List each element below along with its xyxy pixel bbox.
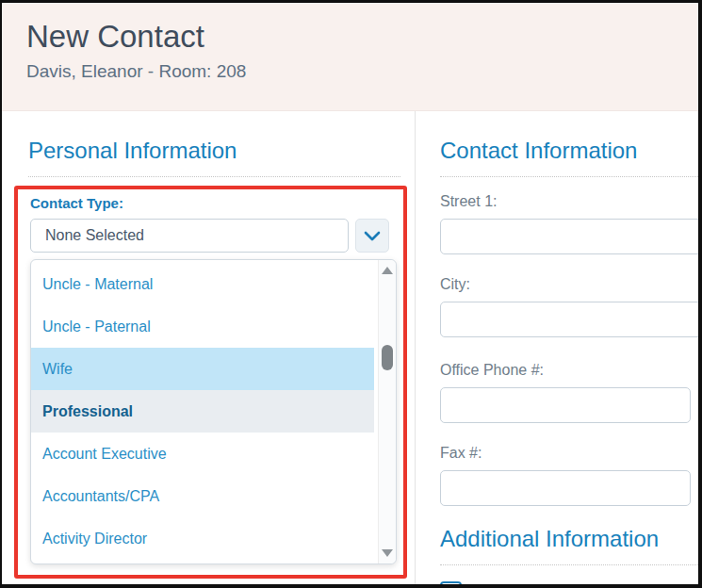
dropdown-option-activity-director[interactable]: Activity Director bbox=[31, 517, 374, 560]
dropdown-option-wife[interactable]: Wife bbox=[31, 348, 374, 390]
street-1-input[interactable] bbox=[440, 219, 698, 254]
city-label: City: bbox=[440, 276, 698, 293]
city-input[interactable] bbox=[440, 302, 698, 337]
contact-type-select-row: None Selected bbox=[30, 219, 403, 253]
chevron-down-icon bbox=[364, 231, 381, 241]
highlight-annotation-box: Contact Type: None Selected Uncle - Mate… bbox=[14, 186, 407, 579]
page-header: New Contact Davis, Eleanor - Room: 208 bbox=[2, 3, 698, 111]
office-phone-input[interactable] bbox=[440, 387, 691, 423]
fax-label: Fax #: bbox=[440, 445, 698, 462]
section-divider bbox=[440, 176, 698, 177]
scroll-up-arrow-icon[interactable] bbox=[382, 267, 393, 274]
dropdown-option-account-executive[interactable]: Account Executive bbox=[31, 433, 374, 475]
dropdown-option-uncle-paternal[interactable]: Uncle - Paternal bbox=[31, 305, 374, 348]
contact-type-dropdown-button[interactable] bbox=[355, 219, 389, 253]
durable-power-of-attorney-row: Durable Power Of Attorney bbox=[440, 581, 698, 584]
personal-information-heading: Personal Information bbox=[28, 138, 415, 164]
section-divider bbox=[440, 564, 698, 565]
street-1-label: Street 1: bbox=[440, 193, 698, 210]
contact-information-heading: Contact Information bbox=[440, 138, 698, 164]
scrollbar-thumb[interactable] bbox=[382, 345, 393, 370]
durable-power-of-attorney-checkbox[interactable] bbox=[440, 581, 462, 584]
dropdown-scrollbar[interactable] bbox=[378, 260, 396, 564]
additional-information-heading: Additional Information bbox=[440, 526, 698, 552]
office-phone-label: Office Phone #: bbox=[440, 362, 698, 379]
page-title: New Contact bbox=[26, 19, 698, 55]
dropdown-option-uncle-maternal[interactable]: Uncle - Maternal bbox=[31, 263, 374, 305]
dropdown-option-list: Uncle - Maternal Uncle - Paternal Wife P… bbox=[31, 263, 374, 560]
durable-power-of-attorney-label: Durable Power Of Attorney bbox=[475, 583, 665, 585]
contact-type-label: Contact Type: bbox=[30, 195, 403, 211]
resident-subtitle: Davis, Eleanor - Room: 208 bbox=[26, 61, 698, 82]
new-contact-page: New Contact Davis, Eleanor - Room: 208 P… bbox=[0, 0, 702, 588]
contact-type-dropdown-list: Uncle - Maternal Uncle - Paternal Wife P… bbox=[30, 259, 397, 564]
dropdown-option-accountants-cpa[interactable]: Accountants/CPA bbox=[31, 475, 374, 517]
section-divider bbox=[28, 176, 400, 177]
dropdown-group-header-professional: Professional bbox=[31, 390, 374, 433]
scroll-down-arrow-icon[interactable] bbox=[382, 549, 393, 557]
contact-information-section: Contact Information Street 1: City: Offi… bbox=[416, 111, 698, 584]
fax-input[interactable] bbox=[440, 470, 691, 506]
contact-type-select[interactable]: None Selected bbox=[30, 219, 349, 253]
